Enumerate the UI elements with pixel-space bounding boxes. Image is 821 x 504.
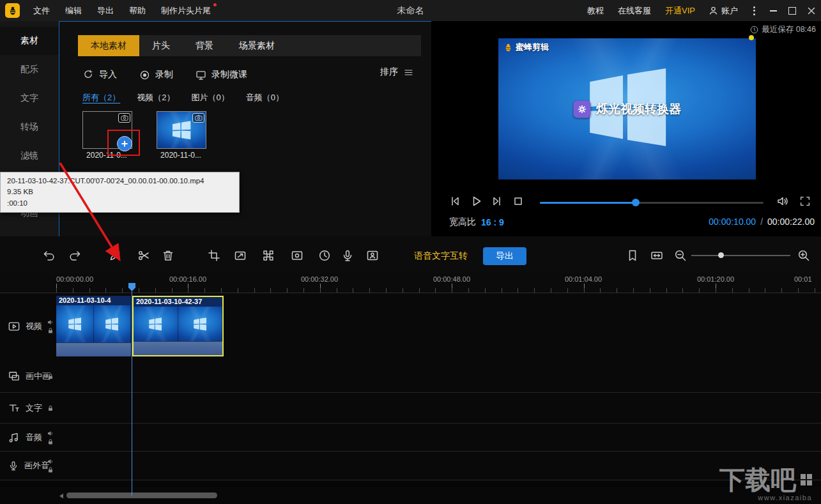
zoom-out-button[interactable] [673, 248, 687, 263]
export-button[interactable]: 导出 [483, 247, 526, 265]
zoom-crop-button[interactable] [233, 248, 247, 263]
zoom-in-button[interactable] [797, 248, 811, 263]
record-button[interactable]: 录制 [139, 69, 173, 81]
microphone-icon [341, 248, 355, 263]
voiceover-track-row[interactable]: 画外音 [0, 452, 821, 480]
tab-background[interactable]: 背景 [183, 35, 226, 56]
preview-handle-dot[interactable] [749, 35, 754, 40]
duration-button[interactable] [318, 248, 332, 263]
import-label: 导入 [99, 69, 117, 80]
sidebar-item-material[interactable]: 素材 [0, 27, 59, 55]
undo-button[interactable] [42, 248, 56, 263]
voiceover-track-header[interactable]: 画外音 [0, 452, 56, 480]
aspect-ratio[interactable]: 宽高比 16 : 9 [449, 217, 504, 228]
clip-frames [134, 307, 222, 341]
timeline-ruler[interactable]: 00:00:00.00 00:00:16.00 00:00:32.00 00:0… [0, 273, 821, 293]
timeline-clip-2-selected[interactable]: 2020-11-03-10-42-37 [132, 296, 224, 356]
pip-track-row[interactable]: 画中画 [0, 360, 821, 393]
mosaic-button[interactable] [261, 248, 275, 263]
edit-button[interactable] [108, 248, 122, 263]
lock-track-icon[interactable] [47, 467, 54, 473]
seek-handle[interactable] [632, 199, 640, 206]
subtitle-recognition-button[interactable] [365, 248, 380, 263]
zoom-out-icon [673, 248, 687, 263]
video-track-header[interactable]: 视频 [0, 293, 56, 360]
sidebar-item-transition[interactable]: 转场 [0, 113, 59, 141]
preview-video[interactable]: 蜜蜂剪辑 烁光视频转换器 [498, 38, 756, 179]
text-track-row[interactable]: 文字 [0, 393, 821, 424]
prev-frame-button[interactable] [447, 194, 463, 209]
watermark-brand: 蜜蜂剪辑 [503, 42, 549, 53]
scrollbar-thumb[interactable] [66, 493, 217, 498]
horizontal-scrollbar[interactable] [0, 487, 821, 504]
sort-button[interactable]: 排序 [380, 66, 414, 78]
filter-video[interactable]: 视频（2） [137, 92, 174, 103]
fit-timeline-button[interactable] [650, 248, 664, 263]
maximize-button[interactable] [783, 0, 802, 21]
sidebar-item-text[interactable]: 文字 [0, 84, 59, 112]
tutorial-link[interactable]: 教程 [587, 5, 604, 17]
sidebar-item-filter[interactable]: 滤镜 [0, 142, 59, 170]
screen-record-icon [195, 69, 207, 81]
video-track-row[interactable]: 视频 2020-11-03-10-4 2020-11-03-10-42-37 [0, 293, 821, 360]
lock-track-icon[interactable] [47, 405, 54, 411]
menu-edit[interactable]: 编辑 [58, 0, 89, 21]
stop-button[interactable] [510, 194, 526, 209]
next-frame-button[interactable] [489, 194, 505, 209]
text-track-header[interactable]: 文字 [0, 393, 56, 423]
delete-button[interactable] [161, 248, 175, 263]
account-button[interactable]: 账户 [709, 5, 738, 17]
redo-button[interactable] [68, 248, 82, 263]
audio-track-header[interactable]: 音频 [0, 424, 56, 451]
minimize-button[interactable] [763, 0, 783, 21]
seek-slider[interactable] [540, 200, 763, 205]
lock-track-icon[interactable] [47, 438, 54, 445]
audio-track-row[interactable]: 音频 [0, 424, 821, 452]
clip-frames [56, 305, 131, 342]
menu-make-intro-outro[interactable]: 制作片头片尾 [153, 0, 219, 21]
voiceover-button[interactable] [341, 248, 355, 263]
timeline-clip-1[interactable]: 2020-11-03-10-4 [56, 296, 131, 356]
filter-audio[interactable]: 音频（0） [246, 92, 284, 103]
pip-track-icon [8, 370, 20, 382]
mute-track-icon[interactable] [47, 430, 54, 436]
more-menu-button[interactable] [744, 0, 763, 21]
marker-button[interactable] [625, 248, 640, 263]
tab-scene-material[interactable]: 场景素材 [226, 35, 288, 56]
titlebar: 文件 编辑 导出 帮助 制作片头片尾 未命名 教程 在线客服 开通VIP 账户 [0, 0, 821, 21]
lock-track-icon[interactable] [47, 328, 54, 334]
tooltip-filename: 20-11-03-10-42-37.CUT.00'07-00'24_00.00.… [7, 176, 233, 187]
filter-all[interactable]: 所有（2） [82, 92, 120, 103]
scroll-left-icon[interactable] [59, 493, 64, 499]
split-button[interactable] [137, 248, 151, 263]
filter-image[interactable]: 图片（0） [191, 92, 229, 103]
close-button[interactable] [802, 0, 821, 21]
sidebar-item-music[interactable]: 配乐 [0, 56, 59, 84]
app-logo-icon[interactable] [5, 3, 20, 18]
annotation-highlight [107, 130, 140, 156]
crop-button[interactable] [207, 248, 221, 263]
volume-button[interactable] [775, 194, 790, 209]
speech-text-button[interactable]: 语音文字互转 [414, 250, 468, 262]
import-button[interactable]: 导入 [82, 69, 117, 81]
ruler-label: 00:00:48.00 [433, 275, 470, 283]
fullscreen-icon [799, 195, 811, 208]
vip-link[interactable]: 开通VIP [665, 5, 695, 17]
tab-local-material[interactable]: 本地素材 [78, 35, 139, 56]
menu-export[interactable]: 导出 [89, 0, 121, 21]
mute-track-icon[interactable] [47, 319, 54, 326]
tab-intro[interactable]: 片头 [139, 35, 183, 56]
media-item-2-thumbnail[interactable] [157, 111, 206, 149]
fullscreen-button[interactable] [797, 194, 813, 209]
record-lesson-button[interactable]: 录制微课 [195, 69, 247, 81]
support-link[interactable]: 在线客服 [618, 5, 651, 17]
mute-track-icon[interactable] [47, 459, 54, 465]
mask-button[interactable] [290, 248, 304, 263]
menu-help[interactable]: 帮助 [121, 0, 153, 21]
lock-track-icon[interactable] [47, 373, 54, 379]
play-button[interactable] [468, 194, 484, 209]
zoom-slider-handle[interactable] [718, 252, 724, 258]
pip-track-header[interactable]: 画中画 [0, 360, 56, 392]
menu-file[interactable]: 文件 [26, 0, 58, 21]
timeline-zoom-slider[interactable] [691, 255, 790, 256]
